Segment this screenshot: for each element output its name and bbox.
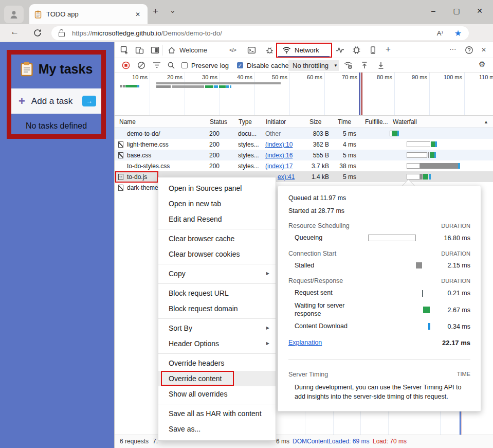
menu-item[interactable]: Override content [158,371,276,386]
table-row[interactable]: light-theme.css200styles...(index):10362… [115,139,493,150]
network-overview[interactable]: 10 ms20 ms30 ms40 ms50 ms60 ms70 ms80 ms… [115,73,493,116]
menu-item[interactable]: Clear browser cookies [158,246,276,262]
request-name[interactable]: demo-to-do/ [115,130,205,137]
record-icon[interactable] [122,61,130,69]
url-text[interactable]: https://microsoftedge.github.io/Demos/de… [72,29,437,37]
request-size: 3.7 kB [305,163,333,170]
dropdown-arrow-icon: ▼ [334,63,338,68]
tab-welcome[interactable]: Welcome [168,42,207,58]
request-name[interactable]: light-theme.css [115,141,205,148]
table-row[interactable]: base.css200styles...(index):16555 B5 ms [115,150,493,160]
menu-item[interactable]: Open in new tab [158,196,276,211]
dock-side-icon[interactable] [151,46,159,55]
memory-icon[interactable] [352,46,361,55]
tab-search-caret-icon[interactable]: ⌄ [170,6,176,14]
request-size: 362 B [305,141,333,148]
column-header[interactable]: Status [205,118,234,126]
column-header[interactable]: Type [234,118,261,126]
waterfall-bar [434,152,436,158]
timing-bar [428,323,430,330]
menu-item[interactable]: Copy▶ [158,266,276,281]
devtools-close-icon[interactable]: ✕ [481,46,486,53]
lock-icon[interactable] [59,32,65,37]
menu-item[interactable]: Edit and Resend [158,211,276,227]
device-emulation-icon[interactable] [135,46,144,55]
ruler-tick-label: 100 ms [432,74,462,80]
add-task-submit-button[interactable]: → [82,96,96,106]
tab-close-icon[interactable]: ✕ [133,10,142,19]
browser-tab[interactable]: TODO app ✕ [29,4,148,24]
network-conditions-icon[interactable] [344,61,353,69]
disable-cache-checkbox[interactable]: ✓ [237,62,243,68]
column-header[interactable]: Fulfille... [360,118,388,126]
column-header[interactable]: Waterfall [388,118,493,126]
performance-icon[interactable] [336,46,344,55]
add-task-label[interactable]: Add a task [31,96,82,106]
menu-item[interactable]: Sort By▶ [158,320,276,336]
requests-table-header[interactable]: NameStatusTypeInitiatorSizeTimeFulfille.… [115,116,493,128]
request-name[interactable]: to-do-styles.css [115,163,205,170]
favorite-star-icon[interactable]: ★ [454,28,462,38]
column-header[interactable]: Size [305,118,333,126]
add-task-bar[interactable]: + Add a task → [11,88,101,114]
clear-icon[interactable] [137,61,145,69]
devtools-more-icon[interactable]: ⋯ [449,45,457,53]
profile-avatar[interactable] [4,6,24,23]
refresh-icon[interactable] [33,28,42,38]
menu-item[interactable]: Block request domain [158,301,276,316]
window-maximize-button[interactable]: ▢ [448,3,465,19]
export-har-icon[interactable] [377,61,385,69]
menu-item[interactable]: Save all as HAR with content [158,406,276,421]
browser-titlebar: TODO app ✕ + ⌄ – ▢ ✕ [0,0,493,24]
filter-icon[interactable] [153,62,161,68]
sort-ascending-icon[interactable]: ▲ [484,119,488,124]
request-waterfall[interactable] [388,160,493,171]
preserve-log-label[interactable]: Preserve log [191,62,229,69]
overview-bar [125,85,137,87]
new-tab-button[interactable]: + [153,6,158,17]
window-minimize-button[interactable]: – [425,3,442,19]
table-row[interactable]: demo-to-do/200docu...Other803 B5 ms [115,128,493,139]
menu-item[interactable]: Show all overrides [158,386,276,402]
network-settings-gear-icon[interactable]: ⚙ [479,60,485,69]
disable-cache-label[interactable]: Disable cache [247,62,289,69]
read-aloud-icon[interactable]: A⁾ [437,29,443,37]
url-bar[interactable]: https://microsoftedge.github.io/Demos/de… [51,26,469,40]
help-icon[interactable] [465,46,473,55]
menu-item[interactable]: Clear browser cache [158,231,276,246]
explanation-link[interactable]: Explanation [288,339,322,346]
devtools-tabbar: Welcome </> Network + ⋯ ✕ [115,42,493,58]
column-header[interactable]: Initiator [261,118,305,126]
app-title: My tasks [39,62,93,77]
debug-icon[interactable] [265,46,274,55]
request-name[interactable]: base.css [115,152,205,159]
more-tabs-button[interactable]: + [386,44,391,55]
request-waterfall[interactable] [388,128,493,139]
column-header[interactable]: Time [333,118,360,126]
request-waterfall[interactable] [388,150,493,160]
back-button[interactable]: ← [10,27,19,37]
menu-item[interactable]: Block request URL [158,285,276,301]
request-context-menu: Open in Sources panelOpen in new tabEdit… [158,177,276,441]
menu-item[interactable]: Override headers [158,355,276,371]
search-icon[interactable] [167,61,175,69]
clipboard-icon [20,61,33,77]
inspect-icon[interactable] [120,46,129,55]
application-icon[interactable] [369,46,377,55]
timing-popup: Queued at 11.97 ms Started at 28.77 ms R… [278,186,481,411]
preserve-log-checkbox[interactable] [181,62,188,68]
ruler-tick-label: 70 ms [327,74,357,80]
column-header[interactable]: Name [115,118,205,126]
console-icon[interactable] [247,46,256,55]
request-waterfall[interactable] [388,171,493,182]
menu-item[interactable]: Save as... [158,421,276,437]
table-row[interactable]: to-do-styles.css200styles...(index):173.… [115,160,493,171]
import-har-icon[interactable] [360,61,369,69]
sources-icon[interactable]: </> [229,47,236,53]
request-waterfall[interactable] [388,139,493,150]
throttling-value: No throttling [293,62,328,69]
throttling-select[interactable]: No throttling ▼ [288,60,339,71]
window-close-button[interactable]: ✕ [471,3,488,19]
menu-item[interactable]: Header Options▶ [158,336,276,351]
menu-item[interactable]: Open in Sources panel [158,181,276,196]
